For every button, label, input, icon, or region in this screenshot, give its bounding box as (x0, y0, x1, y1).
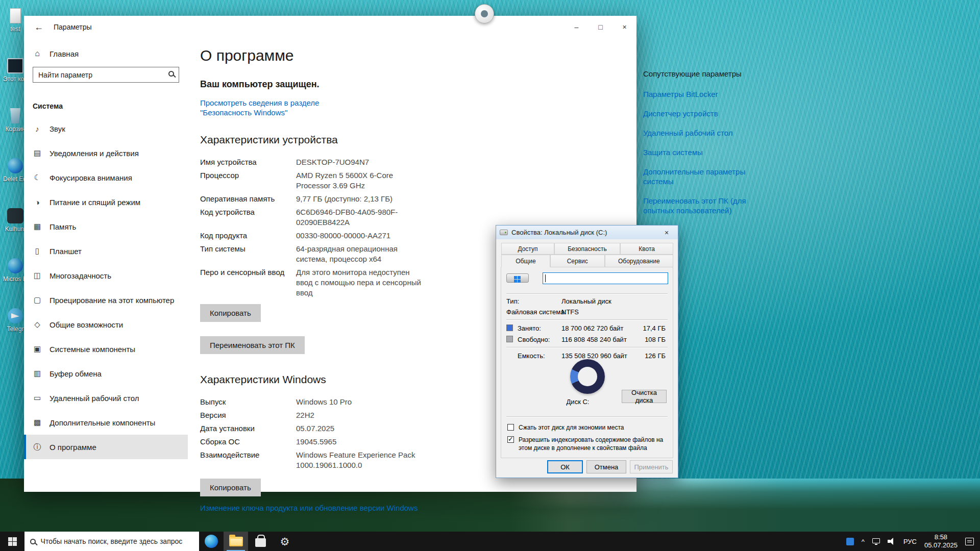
sidebar-item-system-components[interactable]: ▣ Системные компоненты (24, 337, 188, 361)
maximize-button[interactable]: □ (589, 16, 612, 38)
free-bytes: 116 808 458 240 байт (561, 336, 627, 343)
index-checkbox[interactable]: Разрешить индексировать содержимое файло… (507, 436, 668, 452)
tray-app-icon[interactable] (846, 538, 854, 545)
back-button[interactable]: ← (24, 16, 54, 38)
advanced-system-settings-link[interactable]: Дополнительные параметры системы (643, 167, 771, 186)
sidebar-item-label: Уведомления и действия (50, 149, 139, 158)
this-pc-icon (7, 58, 23, 73)
cancel-button[interactable]: Отмена (586, 460, 626, 473)
sidebar-item-projecting[interactable]: ▢ Проецирование на этот компьютер (24, 288, 188, 312)
sidebar-item-multitasking[interactable]: ◫ Многозадачность (24, 263, 188, 288)
spec-row: Код продукта00330-80000-00000-AA271 (200, 231, 427, 241)
close-icon: × (665, 229, 669, 237)
tab-general[interactable]: Общие (501, 255, 550, 267)
spec-label: Сборка ОС (200, 437, 296, 447)
taskbar-settings-button[interactable]: ⚙ (273, 532, 297, 551)
power-sleep-icon: ◑ (33, 198, 42, 207)
storage-icon: ▦ (33, 222, 42, 231)
sidebar-item-remote-desktop[interactable]: ▭ Удаленный рабочий стол (24, 386, 188, 410)
system-protection-link[interactable]: Защита системы (643, 147, 771, 157)
sidebar-item-label: Буфер обмена (50, 369, 102, 378)
taskbar-search[interactable] (24, 532, 199, 551)
sidebar-item-notifications[interactable]: ▤ Уведомления и действия (24, 141, 188, 165)
remote-desktop-icon: ▭ (33, 393, 42, 403)
telegram-icon (8, 308, 23, 323)
security-details-link[interactable]: Просмотреть сведения в разделе "Безопасн… (200, 98, 369, 117)
change-product-key-link[interactable]: Изменение ключа продукта или обновление … (200, 504, 418, 512)
network-icon[interactable] (872, 538, 880, 543)
device-manager-link[interactable]: Диспетчер устройств (643, 109, 771, 118)
notifications-icon: ▤ (33, 148, 42, 158)
clock[interactable]: 8:58 05.07.2025 (924, 533, 958, 549)
windows-flag-icon (514, 276, 521, 283)
spec-label: Версия (200, 410, 296, 420)
spec-label: Имя устройства (200, 157, 296, 167)
sidebar-item-optional-features[interactable]: ▩ Дополнительные компоненты (24, 410, 188, 435)
settings-search-input[interactable] (33, 67, 179, 83)
spec-value: 05.07.2025 (296, 423, 425, 434)
sidebar-item-focus-assist[interactable]: ☾ Фокусировка внимания (24, 165, 188, 190)
related-settings: Сопутствующие параметры Параметры BitLoc… (643, 69, 781, 225)
tab-tools[interactable]: Сервис (550, 255, 605, 267)
capacity-size: 126 ГБ (629, 352, 666, 360)
sidebar-item-label: Удаленный рабочий стол (50, 394, 139, 403)
bitlocker-link[interactable]: Параметры BitLocker (643, 89, 771, 99)
language-indicator[interactable]: РУС (903, 538, 917, 545)
edge-shortcut-icon (8, 158, 23, 173)
action-center-icon[interactable] (965, 538, 974, 545)
disk-usage-donut (570, 359, 605, 394)
floating-widget[interactable] (475, 4, 494, 23)
spec-value: 6C6D6946-DFB0-4A05-980F-02090EB8422A (296, 207, 425, 228)
minimize-button[interactable]: – (565, 16, 589, 38)
spec-label: Дата установки (200, 423, 296, 434)
protected-status: Ваш компьютер защищен. (200, 79, 636, 90)
sidebar-item-clipboard[interactable]: ▥ Буфер обмена (24, 361, 188, 386)
taskbar-edge-button[interactable] (199, 532, 224, 551)
sound-icon: ♪ (33, 124, 42, 133)
back-arrow-icon: ← (34, 22, 43, 33)
clipboard-icon: ▥ (33, 369, 42, 378)
spec-row: Имя устройстваDESKTOP-7UO94N7 (200, 157, 427, 167)
spec-label: Взаимодействие (200, 450, 296, 470)
copy-windows-specs-button[interactable]: Копировать (200, 479, 261, 496)
sidebar-item-about[interactable]: ⓘ О программе (24, 435, 188, 459)
tab-hardware[interactable]: Оборудование (605, 255, 673, 267)
sidebar-item-home[interactable]: ⌂ Главная (24, 43, 188, 64)
rename-pc-advanced-link[interactable]: Переименовать этот ПК (для опытных польз… (643, 196, 771, 215)
volume-label-input[interactable] (543, 272, 668, 284)
tab-quota[interactable]: Квота (620, 243, 673, 255)
sidebar-item-label: Дополнительные компоненты (50, 418, 155, 427)
remote-desktop-link[interactable]: Удаленный рабочий стол (643, 128, 771, 138)
used-color-swatch (506, 324, 513, 331)
capacity-bytes: 135 508 520 960 байт (561, 352, 627, 360)
disk-properties-dialog: Свойства: Локальный диск (C:) × Доступ Б… (496, 225, 678, 478)
compress-checkbox[interactable]: Сжать этот диск для экономии места (507, 423, 668, 432)
tab-access[interactable]: Доступ (501, 243, 554, 255)
search-icon (168, 71, 174, 77)
dialog-tabs: Доступ Безопасность Квота Общие Сервис О… (501, 243, 673, 267)
apply-button[interactable]: Применить (630, 460, 673, 473)
spec-value: Для этого монитора недоступен ввод с пом… (296, 267, 425, 298)
tab-security[interactable]: Безопасность (554, 243, 620, 255)
sidebar-item-storage[interactable]: ▦ Память (24, 214, 188, 239)
ok-button[interactable]: ОК (547, 460, 583, 473)
tray-expand-caret[interactable]: ^ (862, 538, 865, 545)
sidebar-item-power-sleep[interactable]: ◑ Питание и спящий режим (24, 190, 188, 214)
dialog-close-button[interactable]: × (659, 227, 674, 238)
disk-cleanup-button[interactable]: Очистка диска (622, 390, 667, 403)
taskbar-search-input[interactable] (41, 537, 193, 545)
sidebar-item-sound[interactable]: ♪ Звук (24, 116, 188, 141)
sidebar-item-shared-experiences[interactable]: ◇ Общие возможности (24, 312, 188, 337)
taskbar-explorer-button[interactable] (224, 532, 248, 551)
separator (506, 347, 668, 348)
start-button[interactable] (0, 532, 24, 551)
copy-device-specs-button[interactable]: Копировать (200, 304, 261, 322)
sidebar-item-tablet[interactable]: ▯ Планшет (24, 239, 188, 263)
free-color-swatch (506, 336, 513, 342)
close-button[interactable]: × (612, 16, 636, 38)
checkbox-icon (507, 424, 514, 431)
volume-icon[interactable] (888, 538, 896, 545)
taskbar-store-button[interactable] (248, 532, 273, 551)
rename-pc-button[interactable]: Переименовать этот ПК (200, 336, 305, 354)
store-icon (255, 538, 266, 547)
